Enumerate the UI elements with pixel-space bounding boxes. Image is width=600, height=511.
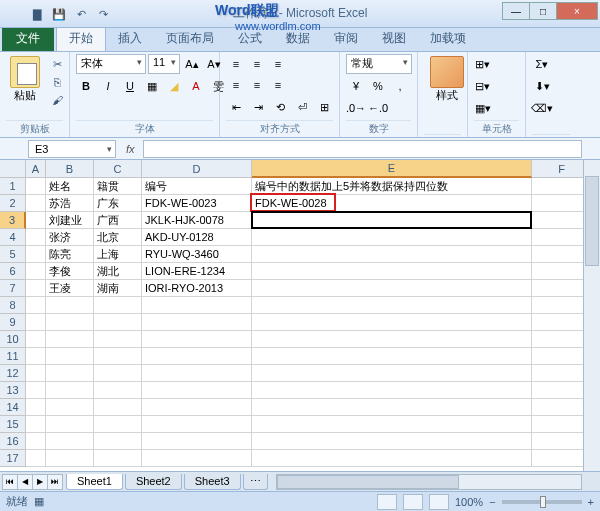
save-icon[interactable]: 💾 xyxy=(50,5,68,23)
grow-font-icon[interactable]: A▴ xyxy=(182,54,202,74)
cell-E9[interactable] xyxy=(252,314,532,331)
cell-A12[interactable] xyxy=(26,365,46,382)
insert-cells-button[interactable]: ⊞▾ xyxy=(474,54,491,74)
zoom-in-button[interactable]: + xyxy=(588,496,594,508)
merge-button[interactable]: ⊞ xyxy=(314,97,334,117)
tab-页面布局[interactable]: 页面布局 xyxy=(154,26,226,51)
row-header-9[interactable]: 9 xyxy=(0,314,26,331)
cell-C9[interactable] xyxy=(94,314,142,331)
cell-E1[interactable]: 编号中的数据加上5并将数据保持四位数 xyxy=(252,178,532,195)
orientation-icon[interactable]: ⟲ xyxy=(270,97,290,117)
cell-C12[interactable] xyxy=(94,365,142,382)
cell-D2[interactable]: FDK-WE-0023 xyxy=(142,195,252,212)
cell-D9[interactable] xyxy=(142,314,252,331)
select-all-button[interactable] xyxy=(0,160,26,178)
cell-E11[interactable] xyxy=(252,348,532,365)
cell-B15[interactable] xyxy=(46,416,94,433)
status-macro-icon[interactable]: ▦ xyxy=(34,495,44,508)
cell-E7[interactable] xyxy=(252,280,532,297)
delete-cells-button[interactable]: ⊟▾ xyxy=(474,76,491,96)
tab-视图[interactable]: 视图 xyxy=(370,26,418,51)
minimize-button[interactable]: — xyxy=(502,2,530,20)
row-header-10[interactable]: 10 xyxy=(0,331,26,348)
cell-E6[interactable] xyxy=(252,263,532,280)
cell-A9[interactable] xyxy=(26,314,46,331)
normal-view-button[interactable] xyxy=(377,494,397,510)
cell-A4[interactable] xyxy=(26,229,46,246)
cell-B5[interactable]: 陈亮 xyxy=(46,246,94,263)
cell-D3[interactable]: JKLK-HJK-0078 xyxy=(142,212,252,229)
cell-D6[interactable]: LION-ERE-1234 xyxy=(142,263,252,280)
column-header-A[interactable]: A xyxy=(26,160,46,178)
cell-D4[interactable]: AKD-UY-0128 xyxy=(142,229,252,246)
font-color-button[interactable]: A xyxy=(186,76,206,96)
page-break-view-button[interactable] xyxy=(429,494,449,510)
cell-C6[interactable]: 湖北 xyxy=(94,263,142,280)
row-header-11[interactable]: 11 xyxy=(0,348,26,365)
cell-D1[interactable]: 编号 xyxy=(142,178,252,195)
cell-C4[interactable]: 北京 xyxy=(94,229,142,246)
format-painter-icon[interactable]: 🖌 xyxy=(48,92,66,108)
close-button[interactable]: × xyxy=(556,2,598,20)
file-tab[interactable]: 文件 xyxy=(2,26,54,51)
cell-E17[interactable] xyxy=(252,450,532,467)
cell-C7[interactable]: 湖南 xyxy=(94,280,142,297)
cell-B4[interactable]: 张济 xyxy=(46,229,94,246)
border-button[interactable]: ▦ xyxy=(142,76,162,96)
align-right-icon[interactable]: ≡ xyxy=(268,75,288,95)
column-header-E[interactable]: E xyxy=(252,160,532,178)
format-cells-button[interactable]: ▦▾ xyxy=(474,98,492,118)
cell-D10[interactable] xyxy=(142,331,252,348)
cell-A16[interactable] xyxy=(26,433,46,450)
zoom-slider[interactable] xyxy=(502,500,582,504)
bold-button[interactable]: B xyxy=(76,76,96,96)
tab-审阅[interactable]: 审阅 xyxy=(322,26,370,51)
cell-C8[interactable] xyxy=(94,297,142,314)
row-header-8[interactable]: 8 xyxy=(0,297,26,314)
cell-C15[interactable] xyxy=(94,416,142,433)
cell-E13[interactable] xyxy=(252,382,532,399)
sheet-tab-Sheet2[interactable]: Sheet2 xyxy=(125,474,182,490)
cut-icon[interactable]: ✂ xyxy=(48,56,66,72)
cell-C3[interactable]: 广西 xyxy=(94,212,142,229)
cell-B10[interactable] xyxy=(46,331,94,348)
paste-button[interactable]: 粘贴 xyxy=(6,54,44,105)
cell-D11[interactable] xyxy=(142,348,252,365)
italic-button[interactable]: I xyxy=(98,76,118,96)
cell-A10[interactable] xyxy=(26,331,46,348)
cell-C10[interactable] xyxy=(94,331,142,348)
fill-icon[interactable]: ⬇▾ xyxy=(532,76,552,96)
cell-B2[interactable]: 苏浩 xyxy=(46,195,94,212)
row-header-16[interactable]: 16 xyxy=(0,433,26,450)
column-header-C[interactable]: C xyxy=(94,160,142,178)
cell-D17[interactable] xyxy=(142,450,252,467)
row-header-13[interactable]: 13 xyxy=(0,382,26,399)
row-header-5[interactable]: 5 xyxy=(0,246,26,263)
fill-color-button[interactable]: ◢ xyxy=(164,76,184,96)
cell-D7[interactable]: IORI-RYO-2013 xyxy=(142,280,252,297)
wrap-text-icon[interactable]: ⏎ xyxy=(292,97,312,117)
cell-B9[interactable] xyxy=(46,314,94,331)
sheet-tab-Sheet1[interactable]: Sheet1 xyxy=(66,474,123,490)
cell-A8[interactable] xyxy=(26,297,46,314)
cell-A7[interactable] xyxy=(26,280,46,297)
autosum-icon[interactable]: Σ▾ xyxy=(532,54,552,74)
horizontal-scrollbar[interactable] xyxy=(276,474,582,490)
comma-icon[interactable]: , xyxy=(390,76,410,96)
cell-A2[interactable] xyxy=(26,195,46,212)
column-header-D[interactable]: D xyxy=(142,160,252,178)
align-left-icon[interactable]: ≡ xyxy=(226,75,246,95)
cell-C2[interactable]: 广东 xyxy=(94,195,142,212)
font-name-select[interactable]: 宋体 xyxy=(76,54,146,74)
copy-icon[interactable]: ⎘ xyxy=(48,74,66,90)
tab-开始[interactable]: 开始 xyxy=(56,25,106,51)
cell-D15[interactable] xyxy=(142,416,252,433)
cell-A5[interactable] xyxy=(26,246,46,263)
clear-icon[interactable]: ⌫▾ xyxy=(532,98,552,118)
align-top-icon[interactable]: ≡ xyxy=(226,54,246,74)
cell-D5[interactable]: RYU-WQ-3460 xyxy=(142,246,252,263)
cell-B3[interactable]: 刘建业 xyxy=(46,212,94,229)
row-header-4[interactable]: 4 xyxy=(0,229,26,246)
percent-icon[interactable]: % xyxy=(368,76,388,96)
decrease-indent-icon[interactable]: ⇤ xyxy=(226,97,246,117)
